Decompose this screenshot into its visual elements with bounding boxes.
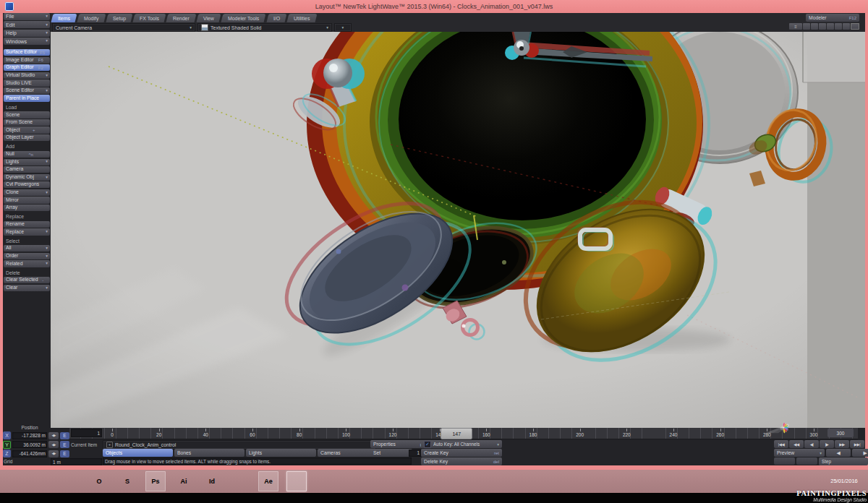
layout-preset-button[interactable] — [803, 23, 810, 30]
redo-button[interactable] — [796, 457, 817, 465]
skype[interactable]: S — [117, 471, 137, 491]
item-type-objects[interactable]: Objects — [103, 449, 173, 457]
photoshop[interactable]: Ps — [145, 471, 166, 491]
layout-preset-button[interactable] — [827, 23, 834, 30]
sidebar-item-image-editor[interactable]: Image EditorF6 — [4, 57, 50, 64]
indesign[interactable]: Id — [202, 471, 222, 491]
transport-next-key[interactable]: ▶▶ — [835, 440, 849, 448]
file-explorer[interactable] — [33, 471, 53, 491]
create-key-button[interactable]: Create Key ret — [421, 449, 502, 457]
timeline-playhead[interactable]: 147 — [441, 428, 472, 439]
frame-back-button[interactable]: ◀ — [826, 449, 851, 457]
shading-mode-selector[interactable]: Textured Shaded Solid ▾ — [197, 23, 332, 32]
lightwave[interactable] — [286, 471, 307, 491]
sidebar-item-clear[interactable]: Clear▾ — [4, 285, 50, 291]
properties-button[interactable]: Properties p — [370, 440, 425, 448]
layout-preset-button[interactable] — [843, 23, 850, 30]
tab-items[interactable]: Items — [51, 14, 77, 22]
tab-utilities[interactable]: Utilities — [286, 14, 317, 22]
sidebar-item-order[interactable]: Order▾ — [4, 253, 50, 259]
sidebar-item-surface-editor[interactable]: Surface EditorF5 — [4, 49, 50, 56]
sidebar-item-dynamic-obj[interactable]: Dynamic Obj▾ — [4, 174, 50, 181]
sidebar-item-delete: Delete — [4, 270, 50, 276]
layout-preset-button[interactable] — [819, 23, 826, 30]
sidebar-item-replace[interactable]: Replace▾ — [4, 228, 50, 235]
item-type-buttons: ObjectsBonesLightsCameras — [103, 449, 388, 457]
preview-dropdown[interactable]: Preview ▾ — [774, 449, 825, 457]
sidebar-item-scene-editor[interactable]: Scene Editor▾ — [4, 87, 50, 94]
axis-0: X -17.2828 m ◀▶ E — [3, 431, 71, 439]
transport-prev-key[interactable]: ◀◀ — [789, 440, 804, 448]
sidebar-item-object[interactable]: Object+ — [4, 126, 50, 133]
menu-windows[interactable]: Windows▾ — [4, 38, 50, 45]
layout-grid-button[interactable] — [851, 23, 859, 30]
menu-help[interactable]: Help▾ — [4, 30, 50, 37]
undo-button[interactable] — [774, 457, 795, 465]
viewport-3d-render[interactable] — [51, 32, 865, 428]
checkbox-checked-icon[interactable]: ✓ — [424, 441, 431, 448]
transport-play-forward[interactable]: |▶ — [820, 440, 834, 448]
sidebar-item-rename[interactable]: Rename — [4, 221, 50, 228]
chrome[interactable] — [61, 471, 81, 491]
transport-play-reverse[interactable]: ◀| — [804, 440, 819, 448]
first-frame-field[interactable]: 1 — [71, 429, 102, 437]
sidebar-item-clear-selected[interactable]: Clear Selected- — [4, 277, 50, 283]
menu-edit[interactable]: Edit▾ — [4, 21, 50, 28]
axis-1: Y 36.0092 m ◀▶ E — [3, 441, 71, 449]
sidebar-item-scene[interactable]: Scene — [4, 111, 50, 118]
hamburger-icon[interactable]: ≡ — [789, 23, 802, 30]
sidebar-item-null[interactable]: Null^n — [4, 151, 50, 158]
tab-modify[interactable]: Modify — [77, 14, 106, 22]
sidebar-item-cvt-powergons[interactable]: Cvt Powergons — [4, 181, 50, 188]
sidebar-item-studio-live[interactable]: Studio LIVE — [4, 79, 50, 86]
document[interactable] — [230, 471, 250, 491]
sidebar-item-graph-editor[interactable]: Graph EditorF2 — [4, 64, 50, 71]
item-type-lights[interactable]: Lights — [246, 449, 316, 457]
frame-forward-button[interactable]: ▶ — [852, 449, 868, 457]
auto-key-dropdown[interactable]: ✓ Auto Key: All Channels ▾ — [421, 440, 502, 448]
sidebar-item-object-layer[interactable]: Object Layer — [4, 134, 50, 141]
screen-letterbox — [0, 493, 868, 503]
sidebar-item-array[interactable]: Array — [4, 205, 50, 211]
sidebar-item-camera[interactable]: Camera — [4, 166, 50, 173]
transport-go-end[interactable]: ▶▶| — [850, 440, 864, 448]
transport-go-start[interactable]: |◀◀ — [774, 440, 788, 448]
item-type-bones[interactable]: Bones — [174, 449, 244, 457]
modeler-button[interactable]: Modeler F12 — [806, 14, 859, 22]
delete-key-button[interactable]: Delete Key del — [421, 457, 502, 465]
sidebar-item-parent-in-place[interactable]: Parent in Place — [4, 95, 50, 101]
after-effects[interactable]: Ae — [258, 471, 278, 491]
sidebar-item-virtual-studio[interactable]: Virtual Studio▾ — [4, 72, 50, 79]
position-axes: X -17.2828 m ◀▶ E Y 36.0092 m ◀▶ E Z -64… — [3, 431, 71, 457]
tab-setup[interactable]: Setup — [106, 14, 132, 22]
menu-file[interactable]: File▾ — [4, 13, 50, 20]
tab-modeler-tools[interactable]: Modeler Tools — [221, 14, 266, 22]
taskbar-date[interactable]: 25/01/2016 — [825, 478, 864, 484]
set-button[interactable]: Set — [370, 449, 412, 457]
main-menus: File▾ Edit▾ Help▾ Windows▾ — [4, 13, 50, 45]
sidebar-item-clone[interactable]: Clone▾ — [4, 189, 50, 196]
tab-render[interactable]: Render — [166, 14, 197, 22]
tab-fx-tools[interactable]: FX Tools — [133, 14, 166, 22]
layout-preset-button[interactable] — [811, 23, 818, 30]
illustrator[interactable]: Ai — [174, 471, 194, 491]
title-bar[interactable]: Layout™ NewTek LightWave™ 2015.3 (Win64)… — [0, 0, 868, 13]
step-field[interactable]: Step — [819, 457, 868, 465]
camera-selector[interactable]: Current Camera ▾ — [52, 23, 195, 32]
sidebar-item-mirror[interactable]: Mirror — [4, 197, 50, 203]
sidebar-item-from-scene[interactable]: From Scene — [4, 119, 50, 126]
viewport-options-button[interactable]: ▾ — [334, 23, 352, 32]
sidebar-item-related[interactable]: Related▾ — [4, 260, 50, 267]
timeline-ruler[interactable]: 1 147 0204060801001201401601802002202402… — [69, 428, 858, 439]
tab-view[interactable]: View — [197, 14, 221, 22]
outlook[interactable]: O — [89, 471, 109, 491]
set-count-field[interactable]: 1 — [409, 450, 421, 457]
sidebar-item-lights[interactable]: Lights▾ — [4, 159, 50, 165]
tab-io[interactable]: I/O — [266, 14, 286, 22]
sidebar-item-all[interactable]: All▾ — [4, 245, 50, 252]
layout-preset-button[interactable] — [835, 23, 842, 30]
bottom-control-panel: Position 1 147 0204060801001201401601802… — [3, 428, 865, 465]
start[interactable] — [4, 471, 25, 491]
grid-size-field[interactable]: 1 m — [51, 458, 102, 465]
last-frame-field[interactable]: 300 — [827, 429, 854, 437]
